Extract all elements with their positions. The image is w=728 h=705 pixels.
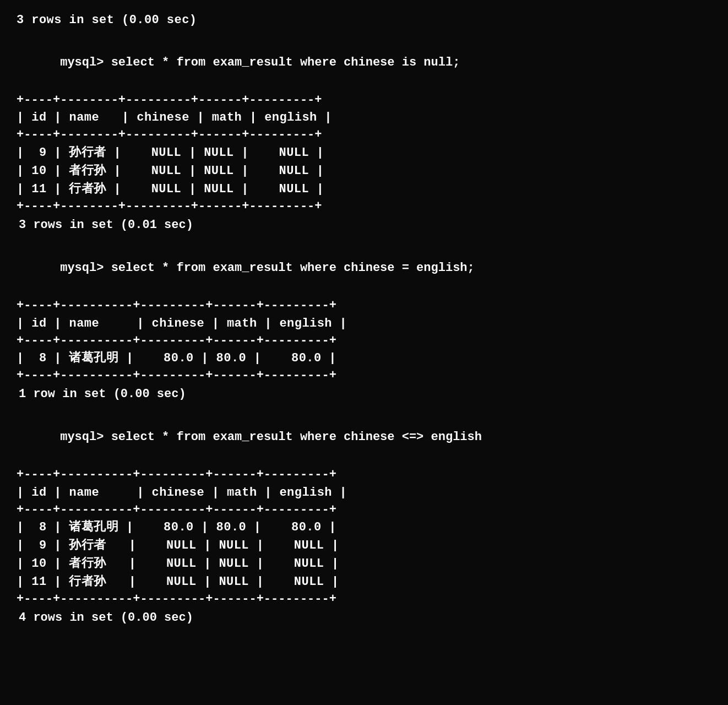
query1-row3: | 11 | 行者孙 | NULL | NULL | NULL | bbox=[17, 180, 711, 198]
query2-divider-top: +----+----------+---------+------+------… bbox=[17, 297, 711, 314]
query1-prompt: mysql> select * from exam_result where c… bbox=[17, 34, 711, 92]
intro-row-count: 3 rows in set (0.00 sec) bbox=[17, 11, 711, 29]
query2-divider-mid: +----+----------+---------+------+------… bbox=[17, 333, 711, 350]
query1-divider-mid: +----+--------+---------+------+--------… bbox=[17, 127, 711, 144]
intro-section: 3 rows in set (0.00 sec) bbox=[17, 11, 711, 29]
query2-divider-bot: +----+----------+---------+------+------… bbox=[17, 367, 711, 384]
query3-prompt: mysql> select * from exam_result where c… bbox=[17, 408, 711, 467]
query3-divider-bot: +----+----------+---------+------+------… bbox=[17, 591, 711, 608]
query3-row-count: 4 rows in set (0.00 sec) bbox=[17, 608, 711, 627]
query2-prompt: mysql> select * from exam_result where c… bbox=[17, 239, 711, 297]
query1-header: | id | name | chinese | math | english | bbox=[17, 109, 711, 127]
query3-section: mysql> select * from exam_result where c… bbox=[17, 408, 711, 627]
query1-row-count: 3 rows in set (0.01 sec) bbox=[17, 215, 711, 235]
terminal-screen: 3 rows in set (0.00 sec) mysql> select *… bbox=[17, 11, 711, 627]
query1-row2: | 10 | 者行孙 | NULL | NULL | NULL | bbox=[17, 162, 711, 180]
query3-row3: | 10 | 者行孙 | NULL | NULL | NULL | bbox=[17, 555, 711, 573]
query1-divider-top: +----+--------+---------+------+--------… bbox=[17, 92, 711, 109]
query1-section: mysql> select * from exam_result where c… bbox=[17, 34, 711, 235]
query3-row1: | 8 | 诸葛孔明 | 80.0 | 80.0 | 80.0 | bbox=[17, 518, 711, 536]
query2-row1: | 8 | 诸葛孔明 | 80.0 | 80.0 | 80.0 | bbox=[17, 349, 711, 367]
query3-row2: | 9 | 孙行者 | NULL | NULL | NULL | bbox=[17, 536, 711, 555]
query3-divider-mid: +----+----------+---------+------+------… bbox=[17, 502, 711, 519]
query3-header: | id | name | chinese | math | english | bbox=[17, 484, 711, 502]
query2-header: | id | name | chinese | math | english | bbox=[17, 314, 711, 333]
query2-row-count: 1 row in set (0.00 sec) bbox=[17, 384, 711, 404]
query1-divider-bot: +----+--------+---------+------+--------… bbox=[17, 198, 711, 215]
query3-divider-top: +----+----------+---------+------+------… bbox=[17, 467, 711, 484]
query2-section: mysql> select * from exam_result where c… bbox=[17, 239, 711, 404]
query1-row1: | 9 | 孙行者 | NULL | NULL | NULL | bbox=[17, 144, 711, 162]
query3-row4: | 11 | 行者孙 | NULL | NULL | NULL | bbox=[17, 573, 711, 591]
